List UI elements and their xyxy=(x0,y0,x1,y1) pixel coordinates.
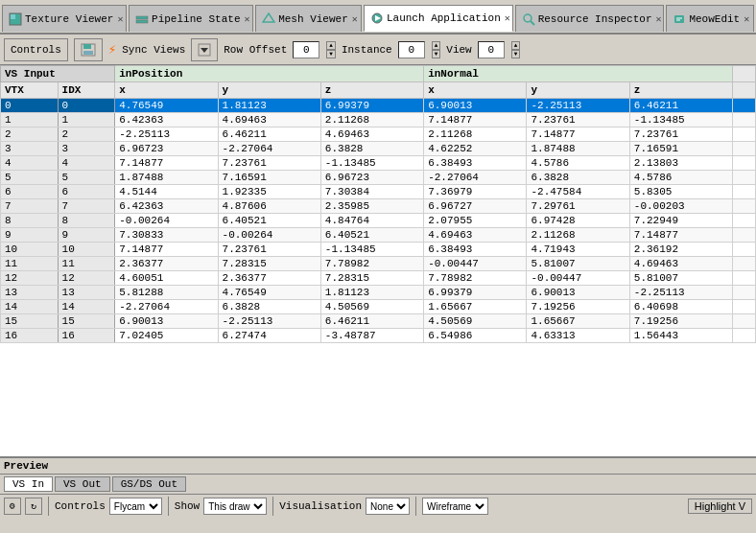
nor0-cell: 6.38493 xyxy=(424,156,527,171)
vtx-cell: 12 xyxy=(1,271,59,286)
vtx-cell: 3 xyxy=(1,142,59,156)
preview-title: Preview xyxy=(0,458,756,475)
preview-tab-gsds-out[interactable]: GS/DS Out xyxy=(112,476,186,492)
table-row[interactable]: 5 5 1.87488 7.16591 6.96723 -2.27064 6.3… xyxy=(1,171,756,185)
tab-texture-viewer[interactable]: Texture Viewer ✕ xyxy=(2,5,127,32)
sync-dropdown[interactable] xyxy=(191,38,218,61)
nor1-cell: 6.3828 xyxy=(527,171,629,185)
instance-down[interactable]: ▼ xyxy=(432,50,441,58)
tab-mesh-viewer-close[interactable]: ✕ xyxy=(352,13,358,25)
table-row[interactable]: 13 13 5.81288 4.76549 1.81123 6.99379 6.… xyxy=(1,286,756,300)
tab-launch-application-close[interactable]: ✕ xyxy=(505,12,510,24)
table-row[interactable]: 1 1 6.42363 4.69463 2.11268 7.14877 7.23… xyxy=(1,113,756,127)
visualisation-select[interactable]: None xyxy=(366,498,410,515)
save-button[interactable] xyxy=(74,38,103,61)
idx-cell: 12 xyxy=(58,271,115,286)
wireframe-select[interactable]: Wireframe xyxy=(422,498,488,515)
tab-pipeline-state-close[interactable]: ✕ xyxy=(244,13,249,25)
table-row[interactable]: 6 6 4.5144 1.92335 7.30384 7.36979 -2.47… xyxy=(1,185,756,199)
nor2-cell: 5.81007 xyxy=(629,271,732,286)
tab-launch-application-label: Launch Application xyxy=(387,12,501,24)
row-offset-up[interactable]: ▲ xyxy=(326,41,336,50)
nor0-cell: 2.07955 xyxy=(424,214,527,228)
view-up[interactable]: ▲ xyxy=(511,41,521,50)
tab-pipeline-state[interactable]: Pipeline State ✕ xyxy=(129,5,253,32)
nor1-cell: 5.81007 xyxy=(527,257,629,271)
tab-texture-viewer-close[interactable]: ✕ xyxy=(117,13,123,25)
tab-launch-application[interactable]: Launch Application ✕ xyxy=(364,5,513,32)
tab-meowedit-close[interactable]: ✕ xyxy=(744,13,749,25)
nor0-cell: 2.11268 xyxy=(424,127,527,142)
table-row[interactable]: 8 8 -0.00264 6.40521 4.84764 2.07955 6.9… xyxy=(1,214,756,228)
idx-cell: 3 xyxy=(58,142,115,156)
preview-tab-vs-in[interactable]: VS In xyxy=(4,476,53,492)
pos0-cell: 7.14877 xyxy=(115,156,218,171)
pos2-cell: -1.13485 xyxy=(320,156,423,171)
nor1-cell: 1.87488 xyxy=(527,142,629,156)
preview-tab-vs-out[interactable]: VS Out xyxy=(55,476,110,492)
tab-resource-inspector-close[interactable]: ✕ xyxy=(656,13,662,25)
idx-col-header: IDX xyxy=(58,82,115,99)
pos0-cell: 6.42363 xyxy=(115,199,218,214)
tab-bar: Texture Viewer ✕ Pipeline State ✕ Mesh V… xyxy=(0,0,756,35)
idx-cell: 8 xyxy=(58,214,115,228)
table-row[interactable]: 7 7 6.42363 4.87606 2.35985 6.96727 7.29… xyxy=(1,199,756,214)
highlight-button[interactable]: Highlight V xyxy=(688,498,752,514)
show-label: Show xyxy=(175,500,200,512)
tab-pipeline-state-label: Pipeline State xyxy=(152,13,240,25)
nor2-cell: 7.16591 xyxy=(629,142,732,156)
table-row[interactable]: 16 16 7.02405 6.27474 -3.48787 6.54986 4… xyxy=(1,329,756,343)
nor2-cell: 6.40698 xyxy=(629,300,732,314)
instance-up[interactable]: ▲ xyxy=(432,41,441,50)
row-offset-input[interactable] xyxy=(293,41,319,58)
table-row[interactable]: 14 14 -2.27064 6.3828 4.50569 1.65667 7.… xyxy=(1,300,756,314)
preview-refresh-icon[interactable]: ↻ xyxy=(25,498,42,515)
instance-spinner[interactable]: ▲ ▼ xyxy=(432,41,441,58)
table-row[interactable]: 15 15 6.90013 -2.25113 6.46211 4.50569 1… xyxy=(1,314,756,329)
table-row[interactable]: 10 10 7.14877 7.23761 -1.13485 6.38493 4… xyxy=(1,243,756,257)
pos2-cell: 2.11268 xyxy=(320,113,423,127)
pos1-cell: 4.69463 xyxy=(218,113,320,127)
pos0-cell: 1.87488 xyxy=(115,171,218,185)
innormal-header: inNormal xyxy=(424,66,733,82)
tab-mesh-viewer[interactable]: Mesh Viewer ✕ xyxy=(255,5,362,32)
nor2-col-header: z xyxy=(629,82,732,99)
table-row[interactable]: 12 12 4.60051 2.36377 7.28315 7.78982 -0… xyxy=(1,271,756,286)
view-down[interactable]: ▼ xyxy=(511,50,521,58)
tab-meowedit[interactable]: MeowEdit ✕ xyxy=(666,5,754,32)
main-table-area[interactable]: VS Input inPosition inNormal VTX IDX x y… xyxy=(0,65,756,456)
flyam-select[interactable]: Flycam xyxy=(109,498,162,515)
vtx-cell: 11 xyxy=(1,257,59,271)
tab-resource-inspector[interactable]: Resource Inspector ✕ xyxy=(515,5,665,32)
show-select[interactable]: This draw xyxy=(203,498,267,515)
pos0-cell: 5.81288 xyxy=(115,286,218,300)
preview-tabs: VS In VS Out GS/DS Out xyxy=(0,475,756,495)
pos2-cell: -1.13485 xyxy=(320,243,423,257)
pos2-cell: 6.46211 xyxy=(320,314,423,329)
pos0-cell: -2.25113 xyxy=(115,127,218,142)
instance-input[interactable] xyxy=(398,41,425,58)
pos1-cell: 1.92335 xyxy=(218,185,320,199)
extra-cell xyxy=(733,127,756,142)
nor0-cell: 4.62252 xyxy=(424,142,527,156)
view-input[interactable] xyxy=(478,41,505,58)
controls-button[interactable]: Controls xyxy=(4,38,68,61)
row-offset-label: Row Offset xyxy=(224,44,287,56)
preview-settings-icon[interactable]: ⚙ xyxy=(4,498,21,515)
row-offset-spinner[interactable]: ▲ ▼ xyxy=(326,41,336,58)
table-row[interactable]: 3 3 6.96723 -2.27064 6.3828 4.62252 1.87… xyxy=(1,142,756,156)
visualisation-label: Visualisation xyxy=(279,500,362,512)
table-row[interactable]: 9 9 7.30833 -0.00264 6.40521 4.69463 2.1… xyxy=(1,228,756,243)
vtx-cell: 10 xyxy=(1,243,59,257)
table-row[interactable]: 4 4 7.14877 7.23761 -1.13485 6.38493 4.5… xyxy=(1,156,756,171)
nor0-cell: 7.36979 xyxy=(424,185,527,199)
table-row[interactable]: 0 0 4.76549 1.81123 6.99379 6.90013 -2.2… xyxy=(1,99,756,113)
view-spinner[interactable]: ▲ ▼ xyxy=(511,41,521,58)
table-row[interactable]: 2 2 -2.25113 6.46211 4.69463 2.11268 7.1… xyxy=(1,127,756,142)
row-offset-down[interactable]: ▼ xyxy=(326,50,336,58)
table-row[interactable]: 11 11 2.36377 7.28315 7.78982 -0.00447 5… xyxy=(1,257,756,271)
svg-marker-4 xyxy=(263,13,274,22)
pos1-cell: 4.76549 xyxy=(218,286,320,300)
extra-cell xyxy=(733,286,756,300)
nor0-cell: 6.96727 xyxy=(424,199,527,214)
